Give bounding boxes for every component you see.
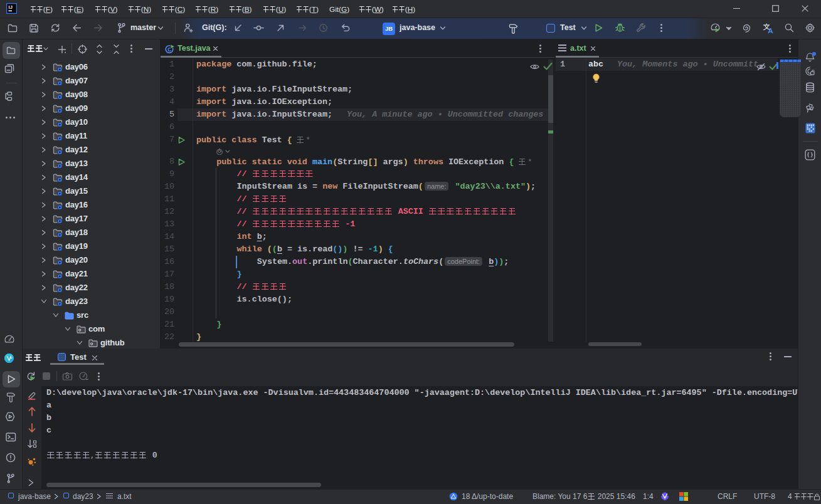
svg-text:IJ: IJ	[9, 4, 13, 10]
svg-text:A: A	[768, 27, 773, 34]
